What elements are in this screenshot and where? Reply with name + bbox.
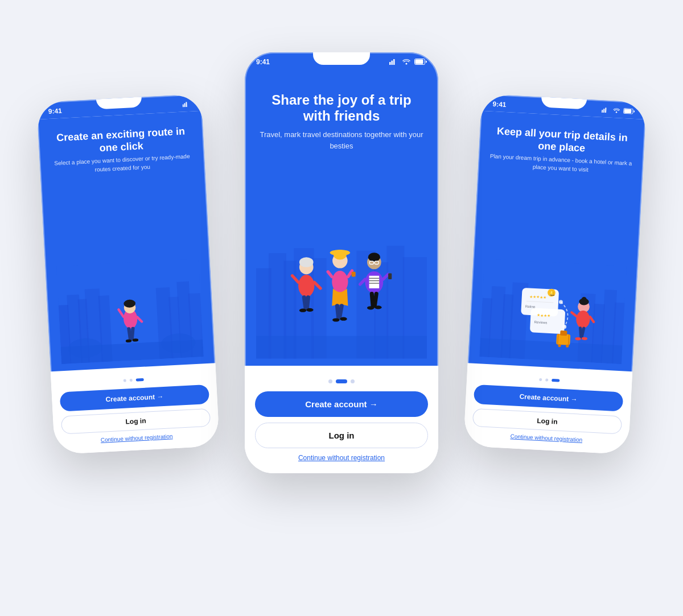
time-right: 9:41: [492, 100, 507, 108]
svg-point-28: [406, 63, 408, 65]
svg-point-53: [334, 250, 347, 260]
white-section-right: Create account → Log in Continue without…: [463, 363, 632, 454]
svg-point-43: [299, 257, 314, 267]
phone-right: 9:41 Keep all your trip details in one p…: [463, 93, 647, 454]
svg-point-76: [367, 306, 374, 309]
svg-point-50: [306, 308, 313, 312]
svg-rect-79: [603, 109, 604, 113]
create-account-button-right[interactable]: Create account →: [474, 384, 623, 411]
blue-section-left: Create an exciting route in one click Se…: [38, 110, 216, 371]
svg-point-44: [298, 275, 314, 297]
svg-rect-1: [184, 103, 185, 107]
svg-text:★★★★: ★★★★: [537, 313, 550, 317]
svg-rect-2: [186, 102, 187, 107]
white-section-center: Create account → Log in Continue without…: [245, 366, 438, 473]
time-center: 9:41: [256, 58, 270, 66]
login-button-center[interactable]: Log in: [255, 423, 428, 448]
svg-point-63: [368, 253, 380, 262]
svg-rect-67: [369, 276, 380, 288]
create-account-button-left[interactable]: Create account →: [60, 384, 209, 411]
dots-right: [475, 370, 624, 387]
illustration-right: ★★★★★ Rating 🔔 ★★★★ Reviews: [479, 168, 631, 363]
svg-point-54: [332, 271, 348, 293]
create-account-button-center[interactable]: Create account →: [255, 391, 428, 417]
hero-subtitle-center: Travel, mark travel destinations togethe…: [256, 129, 427, 151]
svg-rect-106: [560, 330, 567, 336]
svg-text:Rating: Rating: [525, 304, 536, 308]
hero-title-right: Keep all your trip details in one place: [490, 125, 633, 156]
svg-text:★★★★★: ★★★★★: [529, 294, 546, 299]
svg-rect-83: [624, 109, 631, 113]
status-icons-right: [602, 106, 635, 114]
svg-point-77: [375, 305, 381, 309]
phone-center: 9:41 Share the joy of a trip with friend…: [245, 52, 438, 473]
scene: 9:41 Create an exciting route in one cli…: [28, 30, 655, 587]
dot-3-right: [552, 378, 559, 382]
blue-section-center: Share the joy of a trip with friends Tra…: [245, 69, 438, 366]
illustration-left: [52, 168, 204, 363]
svg-rect-73: [388, 274, 392, 280]
svg-point-49: [299, 309, 306, 312]
svg-rect-0: [183, 104, 184, 107]
dots-left: [59, 370, 208, 387]
svg-rect-80: [605, 108, 606, 113]
time-left: 9:41: [48, 106, 62, 115]
dot-3-center: [351, 379, 355, 383]
svg-rect-27: [393, 59, 395, 65]
blue-section-right: Keep all your trip details in one place …: [468, 110, 646, 371]
login-button-left[interactable]: Log in: [61, 408, 211, 434]
dots-center: [255, 375, 428, 386]
status-icons-center: [389, 59, 427, 65]
skip-link-center[interactable]: Continue without registration: [255, 454, 428, 462]
svg-point-81: [616, 111, 618, 113]
dot-2-center: [336, 379, 347, 383]
dot-2-right: [545, 378, 548, 381]
status-icons-left: [182, 101, 191, 107]
dot-1-right: [539, 378, 542, 381]
svg-text:🔔: 🔔: [549, 290, 556, 297]
svg-rect-25: [389, 62, 391, 65]
svg-rect-41: [256, 336, 427, 359]
hero-title-left: Create an exciting route in one click: [50, 125, 193, 156]
hero-title-center: Share the joy of a trip with friends: [256, 92, 427, 125]
svg-rect-61: [352, 272, 356, 277]
dot-2-left: [130, 378, 133, 381]
dot-1-center: [328, 379, 332, 383]
svg-point-59: [332, 318, 339, 321]
phone-left: 9:41 Create an exciting route in one cli…: [36, 93, 220, 454]
svg-text:Reviews: Reviews: [534, 320, 547, 324]
svg-point-60: [340, 317, 347, 321]
white-section-left: Create account → Log in Continue without…: [51, 363, 220, 454]
svg-rect-26: [392, 61, 393, 65]
illustration-center: [256, 151, 427, 358]
svg-rect-78: [602, 109, 603, 112]
svg-rect-30: [415, 60, 423, 64]
dot-3-left: [136, 378, 144, 381]
dot-1-left: [124, 379, 126, 382]
login-button-right[interactable]: Log in: [472, 408, 622, 434]
